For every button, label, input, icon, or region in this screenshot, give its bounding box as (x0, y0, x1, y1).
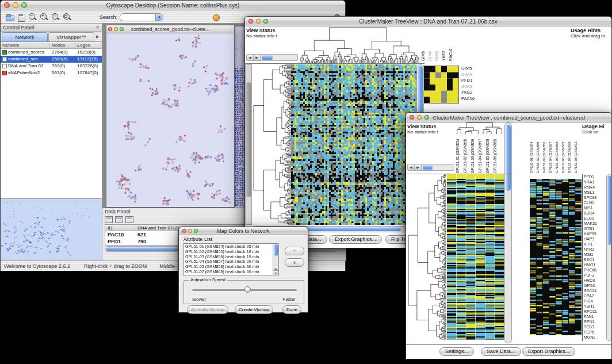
gene-label[interactable]: VIP1 (583, 242, 606, 247)
dialog-titlebar[interactable]: Map Colors to Network (179, 227, 308, 235)
network-overview-panel[interactable] (1, 198, 102, 260)
tab-vizmapper[interactable]: VizMapper™ (48, 32, 94, 41)
save-icon[interactable] (17, 13, 26, 22)
network-list-item[interactable]: DNA and Tran 07769(0)183728(0) (1, 63, 102, 70)
gene-label[interactable]: MSL1 (583, 190, 606, 195)
gene-label[interactable]: HAP3 (583, 236, 606, 242)
maximize-button[interactable] (120, 27, 124, 31)
attribute-item[interactable]: GPL51-05 (GSM858) heat shock 30 min (184, 265, 273, 270)
gene-label[interactable]: HRD3 (583, 278, 606, 283)
attribute-list-scrollbar[interactable]: ▲ ▼ (273, 244, 278, 275)
network-list-item[interactable]: combined_scores2764(0)16218(0) (1, 49, 102, 56)
network-canvas[interactable] (106, 33, 234, 207)
minimize-button[interactable] (13, 2, 18, 8)
zoom-in-icon[interactable]: + (40, 13, 49, 22)
column-dendrogram[interactable] (456, 122, 504, 134)
minimize-button[interactable] (417, 115, 422, 120)
gene-label[interactable]: RPO21 (583, 309, 606, 314)
gene-label[interactable]: NTR2 (583, 247, 606, 252)
column-dendrogram[interactable] (300, 26, 419, 63)
gene-label[interactable]: CLN1 (583, 200, 606, 205)
export-graphics-button[interactable]: Export Graphics... (329, 235, 382, 244)
open-folder-icon[interactable] (5, 13, 14, 22)
attribute-list[interactable]: GPL51-01 (GSM854) heat shock 05 minGPL51… (183, 243, 279, 275)
gene-list-vscrollbar[interactable] (606, 174, 611, 341)
column-header[interactable]: ID (105, 225, 135, 231)
search-input[interactable] (120, 14, 155, 20)
row-dendrogram[interactable] (253, 64, 291, 225)
maximize-button[interactable] (263, 19, 268, 24)
gene-label[interactable]: MSI1 (583, 252, 606, 257)
search-dropdown-icon[interactable]: ▾ (155, 13, 163, 21)
gene-label[interactable]: PEP5 (583, 329, 606, 335)
status-scrollbar[interactable]: ◀ ▶ (407, 164, 454, 171)
gene-label[interactable]: PFD1 (583, 174, 606, 179)
orange-badge-icon[interactable] (213, 14, 220, 21)
status-scrollbar[interactable]: ◀ ▶ (246, 54, 298, 61)
column-header[interactable]: Network (1, 42, 50, 48)
attribute-columns-icon[interactable] (115, 216, 123, 223)
gene-label[interactable]: PAN1 (583, 314, 606, 319)
close-button[interactable] (4, 2, 10, 8)
gene-label[interactable]: CPA2 (583, 293, 606, 298)
close-button[interactable] (248, 19, 253, 24)
dendrogram-vscrollbar[interactable] (245, 64, 252, 225)
attribute-item[interactable]: GPL51-01 (GSM854) heat shock 05 min (184, 244, 273, 250)
attribute-delete-icon[interactable] (125, 216, 133, 223)
close-button[interactable] (410, 115, 414, 120)
gene-label[interactable]: YSH1 (583, 304, 606, 309)
row-dendrogram[interactable] (407, 174, 446, 340)
gene-label[interactable]: PHO81 (583, 267, 606, 273)
gene-label[interactable]: SPC98 (583, 195, 606, 200)
gene-label[interactable]: MON2 (583, 335, 606, 340)
gene-label[interactable]: RPN1 (583, 319, 606, 324)
save-data-button[interactable]: Save Data... (481, 347, 521, 356)
main-vscrollbar[interactable] (504, 122, 512, 343)
gene-label[interactable]: SEC1 (583, 257, 606, 262)
slider-knob[interactable] (244, 286, 251, 293)
gene-label[interactable]: BUD4 (583, 210, 606, 216)
gene-label[interactable]: FIG4 (583, 298, 606, 304)
tab-overflow-icon[interactable]: ▶ (96, 32, 99, 41)
network-overview-thumbnail[interactable] (1, 199, 101, 260)
move-up-button[interactable]: ^ (285, 247, 304, 255)
gene-label[interactable]: GTB1 (583, 226, 606, 231)
treeview-combined-titlebar[interactable]: ClusterMaker TreeView : combined_scores_… (406, 113, 611, 122)
scroll-left-icon[interactable]: ◀ (408, 164, 415, 170)
gene-label[interactable]: GPI16 (583, 283, 606, 288)
export-graphics-button[interactable]: Export Graphics... (522, 347, 575, 356)
network-tree-area[interactable] (1, 76, 102, 198)
heatmap-canvas[interactable] (447, 174, 504, 340)
cytoscape-titlebar[interactable]: Cytoscape Desktop (Session Name: collins… (1, 1, 345, 10)
scroll-right-icon[interactable]: ▶ (254, 55, 261, 60)
attribute-item[interactable]: GPL51-02 (GSM855) heat shock 10 min (184, 250, 273, 255)
gene-label[interactable]: MAK31 (583, 221, 606, 226)
attribute-item[interactable]: GPL51-04 (GSM857) heat shock 20 min (184, 259, 273, 265)
column-header[interactable]: Nodes (50, 42, 75, 48)
minimize-button[interactable] (256, 19, 261, 24)
gene-label[interactable]: RNR4 (583, 185, 606, 190)
gene-label[interactable]: NIS1 (583, 205, 606, 210)
gene-label[interactable]: YRA1 (583, 179, 606, 185)
zoom-out-icon[interactable]: − (28, 13, 37, 22)
done-button[interactable]: Done (282, 305, 301, 314)
gene-label[interactable]: HMG1 (583, 262, 606, 267)
minimize-button[interactable] (114, 27, 118, 31)
scroll-up-icon[interactable]: ▲ (273, 266, 278, 270)
scroll-right-icon[interactable]: ▶ (415, 164, 422, 170)
network-list-item[interactable]: combined_sco2569(6)13112(15) (1, 56, 102, 63)
gene-label[interactable]: SEC24 (583, 288, 606, 293)
maximize-button[interactable] (424, 115, 429, 120)
attribute-item[interactable]: GPL51-07 (GSM868) heat shock 60 min (184, 270, 273, 275)
gene-label[interactable]: ELG1 (583, 216, 606, 221)
scroll-down-icon[interactable]: ▼ (273, 270, 278, 275)
tab-network[interactable]: Network (2, 32, 48, 41)
treeview-dna-titlebar[interactable]: ClusterMaker TreeView : DNA and Tran 07-… (245, 17, 611, 26)
close-button[interactable] (182, 229, 186, 233)
minimize-button[interactable] (188, 229, 192, 233)
cluster-thumbnail[interactable] (423, 66, 459, 104)
scroll-left-icon[interactable]: ◀ (247, 55, 254, 60)
animation-speed-slider[interactable] (192, 289, 297, 291)
heatmap-canvas[interactable] (291, 64, 416, 225)
gene-label[interactable]: TCB3 (583, 324, 606, 329)
